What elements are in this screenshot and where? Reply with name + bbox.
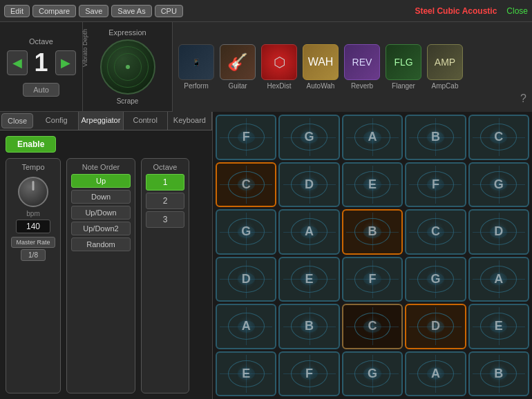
grid-cell-0-0[interactable]: F	[216, 115, 276, 160]
grid-cell-5-0[interactable]: E	[216, 351, 276, 397]
grid-cell-4-1[interactable]: B	[278, 304, 339, 349]
cpu-button[interactable]: CPU	[155, 5, 183, 17]
tempo-box: Tempo bpm Master Rate 1/8	[6, 158, 61, 393]
grid-cell-2-3[interactable]: C	[405, 209, 466, 255]
note-label: G	[368, 367, 377, 381]
help-button[interactable]: ?	[520, 93, 526, 105]
enable-button[interactable]: Enable	[6, 136, 56, 153]
scrape-label: Scrape	[117, 97, 139, 105]
grid-cell-1-2[interactable]: E	[342, 162, 403, 208]
auto-button[interactable]: Auto	[23, 83, 59, 97]
expression-title: Expression	[108, 28, 146, 37]
expression-bottom: Scrape	[117, 97, 139, 105]
grid-cell-0-1[interactable]: G	[278, 115, 339, 160]
close-top-button[interactable]: Close	[506, 6, 528, 16]
note-grid: FGABCCDEFGGABCDDEFGAABCDEEFGAB	[213, 112, 532, 399]
ampcab-label: AmpCab	[432, 82, 459, 90]
tab-close-button[interactable]: Close	[1, 113, 33, 128]
flanger-icon: FLG	[386, 44, 421, 80]
effect-perform[interactable]: 📱 Perform	[178, 44, 214, 90]
octave-up-button[interactable]: ▶	[55, 50, 76, 75]
grid-cell-1-1[interactable]: D	[278, 162, 339, 208]
note-order-random[interactable]: Random	[71, 237, 131, 251]
octave-2[interactable]: 2	[146, 193, 184, 209]
grid-cell-5-3[interactable]: A	[405, 351, 466, 397]
guitar-label: Guitar	[228, 82, 247, 90]
grid-cell-5-1[interactable]: F	[278, 351, 339, 397]
grid-cell-3-4[interactable]: A	[468, 257, 529, 302]
note-label: C	[494, 130, 503, 144]
grid-cell-1-0[interactable]: C	[216, 162, 276, 208]
note-order-up[interactable]: Up	[71, 174, 131, 188]
flanger-label: Flanger	[392, 82, 415, 90]
grid-cell-0-3[interactable]: B	[405, 115, 466, 160]
grid-cell-0-2[interactable]: A	[342, 115, 403, 160]
reverb-label: Reverb	[351, 82, 373, 90]
save-as-button[interactable]: Save As	[111, 5, 151, 17]
note-order-box: Note Order Up Down Up/Down Up/Down2 Rand…	[66, 158, 135, 393]
grid-cell-3-0[interactable]: D	[216, 257, 276, 302]
tab-arpeggiator[interactable]: Arpeggiator	[79, 112, 123, 130]
edit-button[interactable]: Edit	[4, 5, 30, 17]
grid-cell-4-3[interactable]: D	[405, 304, 466, 349]
octave-1[interactable]: 1	[146, 174, 184, 191]
effect-guitar[interactable]: 🎸 Guitar	[220, 44, 256, 90]
note-label: F	[432, 177, 439, 192]
grid-cell-2-2[interactable]: B	[342, 209, 403, 255]
vibrato-label: Vibrato Depth	[82, 29, 88, 67]
effect-flanger[interactable]: FLG Flanger	[386, 44, 421, 90]
expression-dial[interactable]	[100, 39, 155, 95]
effect-ampcab[interactable]: AMP AmpCab	[427, 44, 463, 90]
effect-reverb[interactable]: REV Reverb	[344, 44, 380, 90]
tab-config[interactable]: Config	[35, 112, 79, 130]
compare-button[interactable]: Compare	[32, 5, 76, 17]
octave-settings-list: 1 2 3	[146, 174, 184, 228]
octave-label: Octave	[29, 37, 53, 46]
master-rate-button[interactable]: Master Rate	[11, 237, 55, 248]
save-button[interactable]: Save	[79, 5, 108, 17]
note-order-down[interactable]: Down	[71, 190, 131, 204]
grid-cell-3-2[interactable]: F	[342, 257, 403, 302]
top-bar: Edit Compare Save Save As CPU Steel Cubi…	[0, 0, 532, 22]
note-label: B	[431, 130, 440, 144]
time-sig-button[interactable]: 1/8	[21, 249, 46, 261]
note-label: G	[494, 177, 504, 192]
note-label: A	[368, 130, 377, 144]
grid-cell-4-0[interactable]: A	[216, 304, 276, 349]
grid-cell-2-4[interactable]: D	[468, 209, 529, 255]
autowah-label: AutoWah	[307, 82, 335, 90]
tempo-value-input[interactable]	[16, 220, 50, 233]
grid-cell-3-1[interactable]: E	[278, 257, 339, 302]
note-label: A	[431, 367, 440, 381]
note-label: A	[305, 224, 314, 239]
effect-autowah[interactable]: WAH AutoWah	[303, 44, 339, 90]
grid-cell-5-2[interactable]: G	[342, 351, 403, 397]
grid-cell-3-3[interactable]: G	[405, 257, 466, 302]
grid-cell-0-4[interactable]: C	[468, 115, 529, 160]
ampcab-icon: AMP	[427, 44, 463, 80]
note-label: G	[430, 272, 440, 286]
note-order-title: Note Order	[82, 163, 120, 171]
grid-cell-2-1[interactable]: A	[278, 209, 339, 255]
note-order-updown2[interactable]: Up/Down2	[71, 222, 131, 235]
grid-cell-4-4[interactable]: E	[468, 304, 529, 349]
grid-cell-1-3[interactable]: F	[405, 162, 466, 208]
octave-down-button[interactable]: ◀	[7, 50, 28, 75]
grid-cell-4-2[interactable]: C	[342, 304, 403, 349]
grid-cell-5-4[interactable]: B	[468, 351, 529, 397]
octave-3[interactable]: 3	[146, 211, 184, 228]
octave-controls: ◀ 1 ▶	[7, 48, 76, 77]
note-order-updown[interactable]: Up/Down	[71, 206, 131, 220]
tempo-knob[interactable]	[18, 177, 48, 207]
tempo-title: Tempo	[21, 163, 44, 171]
grid-cell-2-0[interactable]: G	[216, 209, 276, 255]
note-label: F	[368, 272, 376, 286]
effect-hexdist[interactable]: ⬡ HexDist	[261, 44, 297, 90]
octave-settings-box: Octave 1 2 3	[141, 158, 189, 393]
tab-keyboard[interactable]: Keyboard	[168, 112, 212, 130]
grid-cell-1-4[interactable]: G	[468, 162, 529, 208]
note-label: D	[494, 224, 503, 239]
note-label: G	[241, 224, 251, 239]
note-label: F	[243, 130, 250, 144]
tab-control[interactable]: Control	[124, 112, 168, 130]
